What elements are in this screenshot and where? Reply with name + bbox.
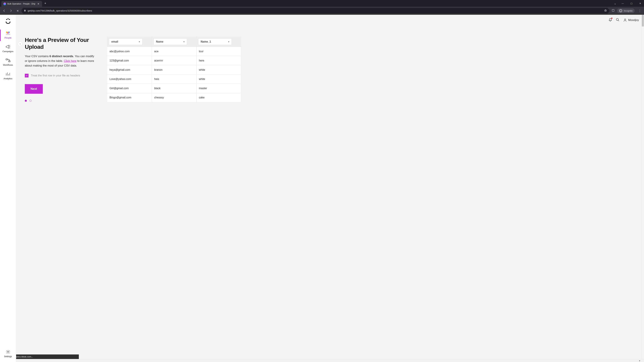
column-mapping-select-0[interactable]: email ▾ [109, 38, 142, 45]
stop-reload-button[interactable] [15, 8, 20, 13]
horizontal-scrollbar[interactable]: ◄ ► [0, 359, 644, 362]
username-label: Moodjoy [628, 18, 639, 22]
check-icon [26, 74, 28, 77]
sidebar-item-campaigns[interactable]: Campaigns [0, 42, 16, 56]
chevron-down-icon: ▾ [228, 40, 229, 43]
column-mapping-select-2[interactable]: Name_1 ▾ [198, 38, 232, 45]
cell: master [196, 84, 241, 93]
step-dot-1[interactable] [25, 100, 27, 102]
drip-logo[interactable] [5, 18, 11, 24]
desc-record-count: 6 distinct records [50, 55, 73, 58]
sidebar-item-label: Campaigns [2, 50, 14, 53]
browser-menu-button[interactable]: ⋮ [637, 8, 643, 13]
sidebar-item-label: Analytics [4, 77, 12, 80]
app-sidebar: People Campaigns Workflows Analytics [0, 15, 16, 362]
sidebar-item-analytics[interactable]: Analytics [0, 69, 16, 83]
headers-checkbox[interactable] [25, 74, 28, 77]
cell: abc@yahoo.com [107, 47, 152, 56]
upload-description: Your CSV contains 6 distinct records. Yo… [25, 54, 97, 68]
content-row: Here's a Preview of Your Upload Your CSV… [25, 36, 637, 102]
extensions-icon[interactable] [612, 9, 615, 12]
close-window-button[interactable]: ✕ [636, 0, 644, 6]
svg-point-4 [9, 19, 10, 20]
analytics-icon [5, 71, 11, 76]
cell: chesssy [152, 93, 196, 102]
browser-toolbar: getdrip.com/7641396/bulk_operations/3250… [0, 7, 644, 15]
cell: white [196, 65, 241, 75]
user-menu[interactable]: Moodjoy [623, 18, 639, 22]
step-dot-2[interactable] [30, 100, 32, 102]
page-viewport: People Campaigns Workflows Analytics [0, 15, 644, 362]
incognito-icon [619, 9, 622, 12]
search-button[interactable] [616, 18, 620, 22]
preview-table: email ▾ Name ▾ [107, 36, 241, 102]
address-bar[interactable]: getdrip.com/7641396/bulk_operations/3250… [22, 8, 609, 13]
svg-point-8 [7, 32, 9, 34]
cell: white [196, 75, 241, 84]
page-title: Here's a Preview of Your Upload [25, 36, 97, 50]
tab-favicon [3, 2, 6, 5]
forward-button[interactable] [8, 8, 14, 13]
sidebar-item-label: Settings [4, 355, 12, 358]
svg-rect-11 [8, 61, 10, 62]
sidebar-item-workflows[interactable]: Workflows [0, 56, 16, 69]
cell: acerrrrr [152, 56, 196, 65]
back-button[interactable] [1, 8, 7, 13]
vertical-scrollbar[interactable] [641, 15, 644, 359]
browser-tab[interactable]: Bulk Operation - People - Drip ✕ [1, 1, 42, 7]
select-value: Name [156, 40, 163, 43]
collapse-sidebar-button[interactable]: ‹ [18, 41, 22, 46]
select-value: email [111, 40, 118, 43]
table-row: 123@gmail.comacerrrrrhere [107, 56, 241, 65]
maximize-button[interactable]: ▢ [628, 0, 635, 6]
select-value: Name_1 [201, 40, 211, 43]
table-header-row: email ▾ Name ▾ [107, 37, 241, 47]
svg-point-12 [8, 351, 8, 353]
workflow-icon [5, 58, 11, 63]
table-row: heya@gmail.combranonwhite [107, 65, 241, 75]
browser-titlebar: Bulk Operation - People - Drip ✕ + ⌄ ― ▢… [0, 0, 644, 7]
svg-point-3 [6, 19, 7, 20]
tab-search-icon[interactable]: ⌄ [614, 2, 616, 5]
headers-checkbox-label: Treat the first row in your file as head… [31, 74, 80, 77]
notifications-button[interactable] [608, 18, 612, 22]
cell: heis [152, 75, 196, 84]
chevron-down-icon: ▾ [184, 40, 184, 43]
headers-checkbox-row: Treat the first row in your file as head… [25, 74, 97, 77]
incognito-badge[interactable]: Incognito [617, 8, 634, 13]
cell: branon [152, 65, 196, 75]
sidebar-item-settings[interactable]: Settings [0, 347, 16, 362]
url-text: getdrip.com/7641396/bulk_operations/3250… [28, 9, 92, 12]
preview-table-panel: email ▾ Name ▾ [107, 36, 241, 102]
close-tab-icon[interactable]: ✕ [37, 2, 40, 5]
gear-icon [5, 350, 11, 354]
svg-point-5 [8, 18, 8, 19]
hscroll-right-arrow[interactable]: ► [638, 359, 641, 362]
incognito-label: Incognito [624, 9, 632, 12]
svg-point-2 [621, 11, 622, 11]
table-body: abc@yahoo.comacetour 123@gmail.comacerrr… [107, 47, 241, 102]
column-mapping-select-1[interactable]: Name ▾ [154, 38, 187, 45]
learn-more-link[interactable]: Click here [64, 59, 76, 62]
svg-point-1 [620, 11, 621, 11]
cell: Love@yahoo.com [107, 75, 152, 84]
svg-point-13 [616, 18, 618, 21]
header-actions: Moodjoy [608, 15, 639, 25]
cell: 123@gmail.com [107, 56, 152, 65]
desc-prefix: Your CSV contains [25, 55, 50, 58]
svg-point-14 [624, 19, 626, 20]
cell: Girl@gmail.com [107, 84, 152, 93]
minimize-button[interactable]: ― [619, 0, 626, 6]
cell: ace [152, 47, 196, 56]
cell: tour [196, 47, 241, 56]
sidebar-item-people[interactable]: People [0, 28, 16, 42]
new-tab-button[interactable]: + [42, 2, 49, 5]
svg-rect-10 [6, 59, 8, 60]
main-area: Moodjoy ‹ Here's a Preview of Your Uploa… [16, 15, 644, 362]
window-controls: ⌄ ― ▢ ✕ [614, 0, 644, 6]
cell: black [152, 84, 196, 93]
svg-rect-9 [6, 34, 10, 35]
upload-info-panel: Here's a Preview of Your Upload Your CSV… [25, 36, 97, 102]
bookmark-star-icon[interactable] [604, 9, 607, 12]
next-button[interactable]: Next [25, 84, 43, 94]
